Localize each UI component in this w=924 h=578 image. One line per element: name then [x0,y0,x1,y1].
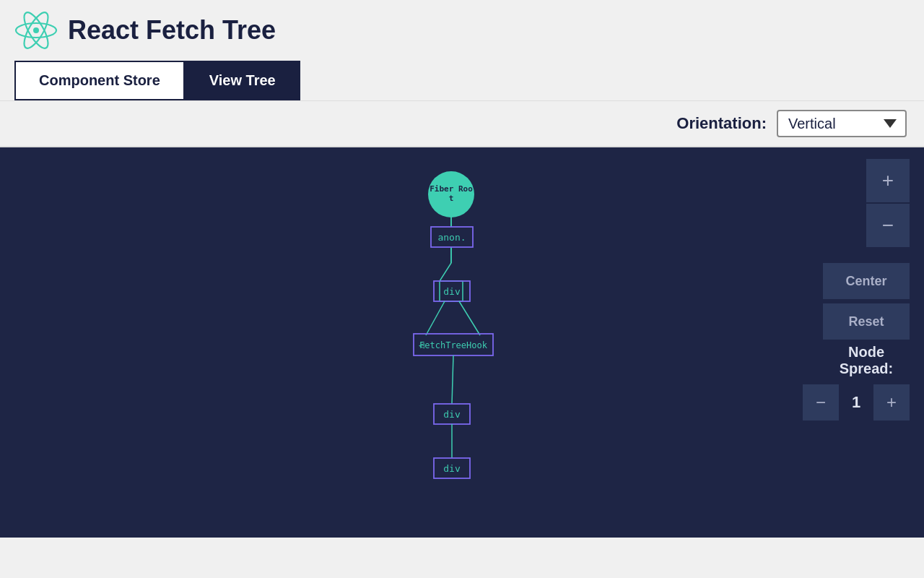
tree-visualization[interactable]: div FetchTreeHook ◁ div div Fiber Roo t … [0,147,924,538]
orientation-label: Orientation: [676,114,767,133]
zoom-in-button[interactable]: + [866,159,910,202]
view-tree-button[interactable]: View Tree [185,61,300,100]
node-fiber-root-label-line2: t [449,194,454,203]
node-div1-label: div [443,286,461,297]
node-fetchtreehook-label: FetchTreeHook [419,340,488,350]
zoom-out-button[interactable]: − [866,204,910,247]
header: React Fetch Tree Component Store View Tr… [0,0,924,101]
svg-line-6 [426,301,445,335]
spread-value: 1 [842,393,871,412]
node-spread-label: Node Spread: [823,344,910,377]
controls-panel: + − Center Reset Node Spread: − 1 + [803,159,910,420]
spread-minus-button[interactable]: − [803,384,839,420]
svg-line-7 [459,301,480,335]
spread-row: − 1 + [803,384,910,420]
node-fetchtreehook-arrow: ◁ [419,340,424,350]
nav-row: Component Store View Tree [14,61,910,100]
react-logo-icon [14,9,58,52]
component-store-button[interactable]: Component Store [14,61,185,100]
node-fiber-root-label-line1: Fiber Roo [430,184,473,194]
logo-row: React Fetch Tree [14,9,910,52]
spread-plus-button[interactable]: + [873,384,910,420]
reset-button[interactable]: Reset [823,303,910,340]
svg-point-3 [33,27,39,33]
app-title: React Fetch Tree [68,15,276,46]
node-div2-label: div [443,409,461,420]
orientation-select[interactable]: Vertical Horizontal [777,110,907,137]
tree-canvas: div FetchTreeHook ◁ div div Fiber Roo t … [0,147,924,538]
orientation-bar: Orientation: Vertical Horizontal [0,101,924,147]
node-anon-label: anon. [437,232,466,243]
node-div3-label: div [443,463,461,474]
zoom-group: + − [866,159,910,249]
edge-fetch-div2 [452,355,453,404]
center-button[interactable]: Center [823,263,910,299]
